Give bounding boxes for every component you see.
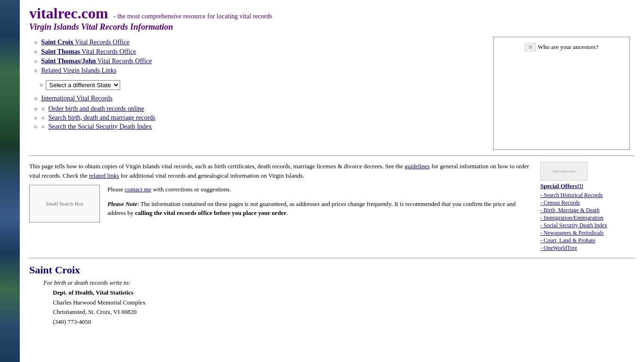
search-box-area: Small Search Box Please contact me with …: [29, 185, 531, 222]
divider-1: [29, 156, 635, 156]
ads-links: - Search Historical Records - Census Rec…: [540, 192, 635, 252]
ads-link-6[interactable]: - Court, Land & Probate: [540, 237, 635, 244]
contact-text: Please contact me with corrections or su…: [107, 185, 531, 195]
related-links-link[interactable]: Related Virgin Islands Links: [41, 67, 116, 74]
intl-link-item: International Vital Records: [34, 95, 484, 102]
saint-thomas-john-link[interactable]: Saint Thomas/John Vital Records Office: [41, 58, 152, 65]
divider-2: [29, 258, 635, 258]
intl-links-list: International Vital Records: [29, 95, 484, 102]
small-search-box: Small Search Box: [29, 185, 100, 222]
banner-area: 🖼 Who are your ancestors?: [493, 37, 635, 150]
nav-item-saint-thomas-john: Saint Thomas/John Vital Records Office: [34, 58, 484, 65]
page-subtitle: Virgin Islands Vital Records Information: [29, 22, 173, 32]
header: vitalrec.com - the most comprehensive re…: [29, 5, 635, 32]
saint-thomas-link[interactable]: Saint Thomas Vital Records Office: [41, 48, 136, 56]
note-text: Please Note: The information contained o…: [107, 199, 531, 218]
extra-link-item-1: ○ Search birth, death and marriage recor…: [34, 114, 484, 122]
search-text-area: Please contact me with corrections or su…: [107, 185, 531, 218]
note-bold-label: Please Note: [107, 200, 137, 207]
search-ssdi-link[interactable]: Search the Social Security Death Index: [49, 123, 152, 131]
ads-link-4[interactable]: - Social Security Death Index: [540, 222, 635, 229]
banner-caption: Who are your ancestors?: [538, 43, 599, 51]
ads-panel-inner: Ancestry.com Special Offers!!! - Search …: [540, 162, 635, 252]
state-dropdown[interactable]: Select a different State Alabama Alaska …: [46, 80, 120, 90]
ads-link-5[interactable]: - Newspapers & Periodicals: [540, 230, 635, 237]
ads-link-2[interactable]: - Birth, Marriage & Death: [540, 207, 635, 214]
related-links-link2[interactable]: related links: [89, 172, 119, 179]
saint-croix-dept: Dept. of Health, Vital Statistics: [53, 288, 635, 298]
nav-area: Saint Croix Vital Records Office Saint T…: [29, 37, 493, 150]
saint-croix-address1: Charles Harwood Memorial Complex: [53, 298, 635, 308]
saint-croix-link-bold: Saint Croix: [41, 39, 74, 46]
note-bold2: calling the vital records office before …: [135, 209, 287, 216]
ads-panel: Ancestry.com Special Offers!!! - Search …: [540, 162, 635, 252]
main-content: vitalrec.com - the most comprehensive re…: [20, 0, 644, 362]
saint-croix-address2: Christiansted, St. Croix, VI 00820: [53, 307, 635, 317]
extra-links-list: ○ Order birth and death records online ○…: [29, 105, 484, 131]
nav-item-saint-thomas: Saint Thomas Vital Records Office: [34, 48, 484, 56]
info-section: This page tells how to obtain copies of …: [29, 162, 635, 252]
banner-box: 🖼 Who are your ancestors?: [493, 37, 630, 150]
saint-croix-sub-label: For birth or death records write to:: [43, 278, 635, 288]
saint-croix-content: For birth or death records write to: Dep…: [43, 278, 635, 327]
info-text-end: for additional vital records and genealo…: [119, 172, 305, 179]
info-text: This page tells how to obtain copies of …: [29, 162, 531, 180]
intl-vital-records-link[interactable]: International Vital Records: [41, 95, 112, 102]
guidelines-link[interactable]: guidelines: [405, 163, 429, 170]
extra-link-item-0: ○ Order birth and death records online: [34, 105, 484, 113]
saint-croix-link[interactable]: Saint Croix Vital Records Office: [41, 39, 129, 46]
contact-me-link[interactable]: contact me: [124, 186, 151, 193]
search-birth-death-marriage-link[interactable]: Search birth, death and marriage records: [49, 114, 156, 122]
banner-broken-image: 🖼: [525, 43, 536, 51]
saint-croix-phone: (340) 773-4050: [53, 317, 635, 327]
saint-croix-section-title: Saint Croix: [29, 264, 635, 276]
ads-link-3[interactable]: - Immigration/Emmigration: [540, 214, 635, 222]
nav-list: Saint Croix Vital Records Office Saint T…: [29, 39, 484, 74]
top-section: Saint Croix Vital Records Office Saint T…: [29, 37, 635, 150]
ancestry-broken-image: Ancestry.com: [540, 162, 587, 181]
site-tagline: - the most comprehensive resource for lo…: [114, 13, 272, 20]
saint-croix-section: Saint Croix For birth or death records w…: [29, 264, 635, 327]
saint-thomas-link-bold: Saint Thomas: [41, 48, 80, 55]
order-birth-death-link[interactable]: Order birth and death records online: [49, 105, 144, 113]
banner-top-row: 🖼 Who are your ancestors?: [523, 41, 601, 53]
state-select-row: ○ Select a different State Alabama Alask…: [40, 80, 484, 90]
extra-link-item-2: ○ Search the Social Security Death Index: [34, 123, 484, 131]
saint-thomas-john-link-bold: Saint Thomas/John: [41, 58, 96, 65]
nav-item-saint-croix: Saint Croix Vital Records Office: [34, 39, 484, 46]
sidebar-decoration: [0, 0, 20, 362]
ads-link-1[interactable]: - Census Records: [540, 199, 635, 206]
ads-link-0[interactable]: - Search Historical Records: [540, 192, 635, 199]
info-main: This page tells how to obtain copies of …: [29, 162, 531, 252]
info-text-before-guidelines: This page tells how to obtain copies of …: [29, 163, 405, 170]
nav-item-related-links: Related Virgin Islands Links: [34, 67, 484, 74]
ads-link-7[interactable]: - OneWorldTree: [540, 245, 635, 252]
site-title: vitalrec.com: [29, 5, 108, 22]
special-offers-link[interactable]: Special Offers!!!: [540, 182, 583, 189]
